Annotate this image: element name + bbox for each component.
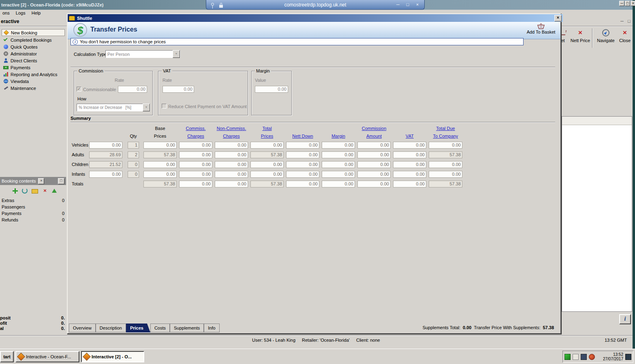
sidebar-item-viewdata[interactable]: Viewdata — [2, 78, 65, 85]
header-commiss-link[interactable]: Commiss. — [179, 126, 212, 131]
children-base-field[interactable]: 0.00 — [143, 161, 177, 168]
vehicles-unit-field[interactable]: 0.00 — [89, 142, 122, 149]
adults-total-field[interactable]: 57.38 — [250, 151, 284, 158]
booking-row-refunds[interactable]: Refunds 0 — [0, 217, 66, 224]
children-total-field[interactable]: 0.00 — [250, 161, 284, 168]
rdp-restore-button[interactable]: □ — [404, 0, 411, 9]
booking-row-extras[interactable]: Extras 0 — [0, 198, 66, 204]
infants-unit-field[interactable]: 0.00 — [89, 171, 122, 178]
delete-icon[interactable]: × — [42, 188, 48, 194]
close-panel-button[interactable]: × — [38, 178, 44, 184]
header-total-prices-link[interactable]: Prices — [250, 134, 284, 139]
children-non-commiss-field[interactable]: 0.00 — [215, 161, 248, 168]
header-nett-down-link[interactable]: Nett Down — [286, 134, 319, 139]
tab-info[interactable]: Info — [204, 324, 219, 332]
children-commiss-field[interactable]: 0.00 — [179, 161, 212, 168]
rdp-minimize-button[interactable]: ─ — [394, 0, 402, 9]
start-button[interactable]: tart — [0, 351, 14, 362]
tab-costs[interactable]: Costs — [150, 324, 170, 332]
adults-qty-field[interactable]: 2 — [128, 151, 139, 158]
money-icon[interactable] — [32, 189, 38, 194]
infants-base-field[interactable]: 0.00 — [143, 171, 177, 178]
sidebar-item-completed-bookings[interactable]: Completed Bookings — [2, 36, 65, 43]
children-unit-field[interactable]: 21.52 — [89, 161, 122, 168]
refresh-icon[interactable] — [22, 188, 28, 194]
children-total-due-field[interactable]: 0.00 — [429, 161, 462, 168]
vehicles-base-field[interactable]: 0.00 — [143, 142, 177, 149]
infants-margin-field[interactable]: 0.00 — [322, 171, 355, 178]
add-to-basket-button[interactable]: Add To Basket — [526, 23, 556, 39]
vehicles-non-commiss-field[interactable]: 0.00 — [215, 142, 248, 149]
header-non-commiss-link[interactable]: Non-Commiss. — [215, 126, 248, 131]
sidebar-item-reporting[interactable]: Reporting and Analytics — [2, 71, 65, 78]
adults-commiss-field[interactable]: 0.00 — [179, 151, 212, 158]
tray-icon[interactable] — [564, 354, 571, 360]
sidebar-item-maintenance[interactable]: Maintenance — [2, 85, 65, 92]
vehicles-total-field[interactable]: 0.00 — [250, 142, 284, 149]
sidebar-item-administrator[interactable]: Administrator — [2, 50, 65, 57]
children-vat-field[interactable]: 0.00 — [393, 161, 426, 168]
vehicles-margin-field[interactable]: 0.00 — [322, 142, 355, 149]
navigate-button[interactable]: Navigate — [594, 28, 618, 49]
infants-total-due-field[interactable]: 0.00 — [429, 171, 462, 178]
adults-commission-amount-field[interactable]: 0.00 — [357, 151, 391, 158]
dialog-titlebar[interactable]: Shuttle × — [68, 14, 563, 22]
vehicles-commission-amount-field[interactable]: 0.00 — [357, 142, 391, 149]
taskbar-item-interactive-2[interactable]: Interactive [2] - O... — [81, 351, 144, 362]
panel-restore-button[interactable]: □ — [58, 178, 64, 184]
outer-minimize-button[interactable]: ─ — [619, 1, 624, 6]
outer-restore-button[interactable]: □ — [625, 1, 630, 6]
header-total-link[interactable]: Total — [250, 126, 284, 131]
children-margin-field[interactable]: 0.00 — [322, 161, 355, 168]
vehicles-vat-field[interactable]: 0.00 — [393, 142, 426, 149]
infants-commiss-field[interactable]: 0.00 — [179, 171, 212, 178]
header-commission-link[interactable]: Commission — [357, 126, 391, 131]
pane-minimize-icon[interactable]: ─ — [620, 19, 624, 23]
sidebar-item-new-booking[interactable]: New Booking — [2, 29, 65, 36]
infants-nett-down-field[interactable]: 0.00 — [286, 171, 319, 178]
adults-unit-field[interactable]: 28.69 — [89, 151, 122, 158]
monitor-icon[interactable] — [625, 354, 631, 360]
vehicles-nett-down-field[interactable]: 0.00 — [286, 142, 319, 149]
header-margin-link[interactable]: Margin — [322, 134, 355, 139]
infants-total-field[interactable]: 0.00 — [250, 171, 284, 178]
infants-non-commiss-field[interactable]: 0.00 — [215, 171, 248, 178]
tab-overview[interactable]: Overview — [69, 324, 96, 332]
rdp-close-button[interactable]: × — [414, 0, 421, 9]
vehicles-commiss-field[interactable]: 0.00 — [179, 142, 212, 149]
adults-base-field[interactable]: 57.38 — [143, 151, 177, 158]
adults-non-commiss-field[interactable]: 0.00 — [215, 151, 248, 158]
tray-icon[interactable] — [581, 354, 587, 360]
info-button[interactable]: i — [619, 314, 631, 324]
header-vat-link[interactable]: VAT — [393, 134, 426, 139]
vehicles-total-due-field[interactable]: 0.00 — [429, 142, 462, 149]
children-nett-down-field[interactable]: 0.00 — [286, 161, 319, 168]
header-non-commiss-charges-link[interactable]: Charges — [215, 134, 248, 139]
tab-description[interactable]: Description — [96, 324, 126, 332]
tab-supplements[interactable]: Supplements — [170, 324, 204, 332]
sidebar-item-quick-quotes[interactable]: Quick Quotes — [2, 43, 65, 50]
tray-icon[interactable] — [589, 354, 595, 360]
header-total-due-link[interactable]: Total Due — [429, 126, 462, 131]
header-commiss-charges-link[interactable]: Charges — [179, 134, 212, 139]
menu-options[interactable]: ons — [0, 10, 12, 16]
booking-row-payments[interactable]: Payments 0 — [0, 211, 66, 217]
header-to-company-link[interactable]: To Company — [429, 134, 462, 139]
infants-commission-amount-field[interactable]: 0.00 — [357, 171, 391, 178]
taskbar-clock[interactable]: 13:52 27/07/2017 — [603, 352, 623, 361]
adults-nett-down-field[interactable]: 0.00 — [286, 151, 319, 158]
tab-prices[interactable]: Prices — [126, 324, 150, 332]
sidebar-item-payments[interactable]: Payments — [2, 64, 65, 71]
children-commission-amount-field[interactable]: 0.00 — [357, 161, 391, 168]
nett-price-button[interactable]: × Nett Price — [569, 28, 592, 49]
infants-vat-field[interactable]: 0.00 — [393, 171, 426, 178]
children-qty-field[interactable]: 0 — [128, 161, 139, 168]
adults-total-due-field[interactable]: 57.38 — [429, 151, 462, 158]
booking-row-passengers[interactable]: Passengers — [0, 204, 66, 211]
menu-logs[interactable]: Logs — [13, 10, 28, 16]
header-commission-amount-link[interactable]: Amount — [357, 134, 391, 139]
add-icon[interactable] — [12, 188, 18, 194]
close-toolbar-button[interactable]: × Close — [618, 28, 632, 49]
pane-maximize-icon[interactable]: □ — [628, 19, 631, 23]
infants-qty-field[interactable]: 0 — [128, 171, 139, 178]
